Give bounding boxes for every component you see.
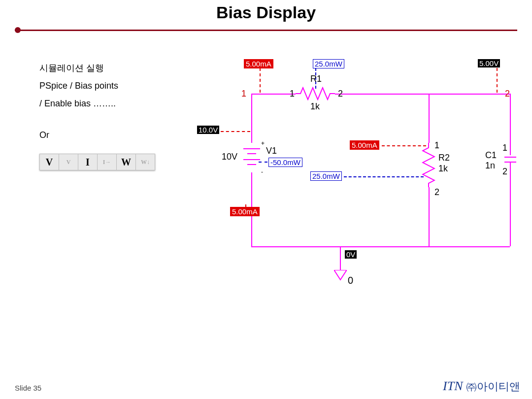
node-label: 2 — [338, 89, 343, 99]
wire — [429, 94, 430, 143]
instruction-line-3: / Enable bias …….. — [39, 95, 155, 112]
probe-lead — [221, 131, 250, 132]
ground-symbol — [334, 270, 347, 281]
probe-lead — [344, 176, 424, 177]
toolbar-power-button[interactable]: W — [117, 154, 136, 170]
wire — [429, 187, 430, 246]
slide-title: Bias Display — [0, 0, 532, 22]
c1-name-label: C1 — [485, 150, 497, 161]
toolbar-current-button[interactable]: I — [78, 154, 98, 170]
instruction-line-2: PSpice / Bias points — [39, 77, 155, 95]
node-label: 1 — [241, 89, 246, 99]
instruction-or-label: Or — [39, 126, 155, 144]
probe-lead — [259, 162, 267, 163]
capacitor-c1 — [504, 155, 516, 165]
bias-toolbar: V V I I→ W W↓ — [39, 154, 155, 170]
node-label: 2 — [505, 89, 510, 99]
probe-lead — [382, 145, 426, 146]
company-logo: ITN ㈜아이티앤 — [443, 379, 520, 394]
probe-voltage-bottom: 0V — [345, 250, 357, 259]
probe-voltage-left: 10.0V — [197, 126, 219, 134]
circuit-diagram: 5.00mA 25.0mW 5.00V 10.0V -50.0mW 5.00mA… — [192, 59, 515, 291]
probe-current-r2: 5.00mA — [350, 140, 379, 150]
r1-name-label: R1 — [310, 74, 322, 84]
probe-lead — [245, 204, 251, 209]
instruction-block: 시뮬레이션 실행 PSpice / Bias points / Enable b… — [39, 59, 155, 170]
probe-lead — [260, 68, 261, 93]
node-label: 0 — [348, 275, 353, 286]
v1-value-label: 10V — [222, 152, 237, 162]
wire — [510, 163, 511, 246]
slide-number: Slide 35 — [15, 384, 41, 392]
wire — [335, 94, 510, 95]
node-label: 1 — [502, 143, 507, 153]
node-label: 2 — [434, 187, 439, 198]
c1-value-label: 1n — [485, 161, 495, 171]
wire — [251, 94, 252, 143]
wire — [340, 246, 341, 270]
r1-value-label: 1k — [310, 101, 320, 112]
polarity-minus: - — [261, 168, 263, 175]
polarity-plus: + — [261, 140, 265, 147]
toolbar-voltage-sub-button[interactable]: V — [59, 154, 78, 170]
toolbar-voltage-button[interactable]: V — [40, 154, 59, 170]
wire — [251, 94, 296, 95]
probe-voltage-right: 5.00V — [478, 59, 500, 67]
toolbar-current-sub-button[interactable]: I→ — [98, 154, 117, 170]
probe-power-r2: 25.0mW — [310, 171, 342, 181]
resistor-r2 — [422, 143, 435, 187]
horizontal-rule — [15, 30, 517, 31]
instruction-line-1: 시뮬레이션 실행 — [39, 59, 155, 77]
node-label: 1 — [290, 89, 295, 99]
v1-name-label: V1 — [266, 146, 277, 156]
r2-name-label: R2 — [438, 153, 450, 163]
resistor-r1 — [296, 87, 335, 100]
node-label: 1 — [434, 140, 439, 151]
wire — [510, 94, 511, 155]
probe-lead — [497, 68, 498, 93]
logo-en: ITN — [443, 379, 466, 393]
toolbar-power-sub-button[interactable]: W↓ — [136, 154, 155, 170]
probe-current-bottom: 5.00mA — [230, 207, 260, 216]
probe-current-top: 5.00mA — [244, 59, 273, 68]
probe-power-r1: 25.0mW — [313, 59, 344, 68]
svg-marker-6 — [334, 270, 347, 280]
probe-power-v1: -50.0mW — [268, 158, 302, 167]
wire — [251, 246, 510, 247]
logo-kr: ㈜아이티앤 — [466, 380, 520, 393]
presentation-slide: Bias Display 시뮬레이션 실행 PSpice / Bias poin… — [0, 0, 532, 399]
node-label: 2 — [502, 166, 507, 177]
r2-value-label: 1k — [438, 164, 448, 174]
voltage-source-v1 — [243, 143, 260, 172]
